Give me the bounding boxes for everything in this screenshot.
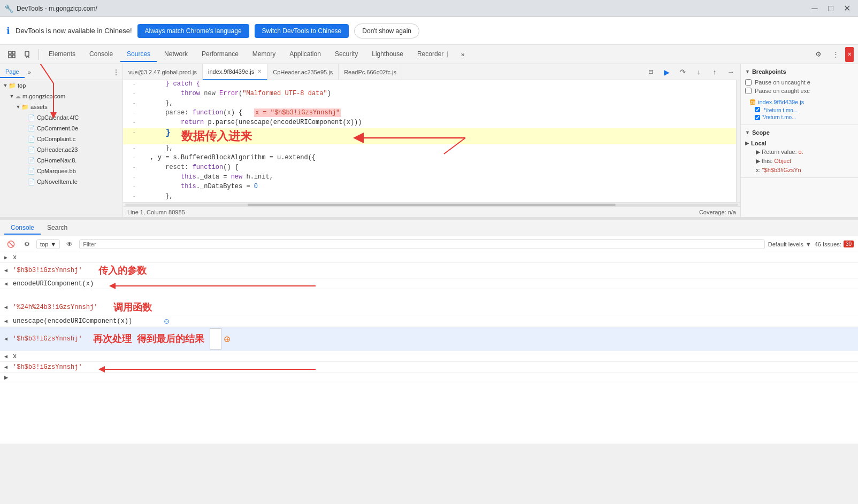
- expand-1[interactable]: ▶: [4, 254, 11, 261]
- device-toolbar-btn[interactable]: [20, 47, 35, 62]
- tab-sources[interactable]: Sources: [120, 47, 157, 62]
- tree-item-file-3[interactable]: ▶ 📄 CpComplaint.c: [0, 134, 122, 144]
- hide-network-btn[interactable]: 👁: [63, 238, 76, 251]
- editor-scrollbar-vert[interactable]: [736, 80, 740, 202]
- console-settings-btn[interactable]: ⚙: [20, 238, 33, 251]
- expand-4[interactable]: ◀: [4, 304, 11, 311]
- code-editor[interactable]: - } catch { - throw new Error("Malformed…: [123, 80, 740, 202]
- console-row-5[interactable]: ◀ unescape(encodeURIComponent(x)) ◎: [0, 315, 858, 327]
- editor-tab-index[interactable]: index.9f8d439e.js ✕: [203, 64, 267, 80]
- expand-8[interactable]: ◀: [4, 364, 11, 370]
- domain-icon: ☁: [15, 93, 21, 100]
- settings-btn[interactable]: ⚙: [811, 47, 826, 62]
- tree-label-assets: assets: [30, 104, 48, 110]
- tab-security[interactable]: Security: [328, 47, 364, 62]
- more-tabs-btn[interactable]: »: [457, 48, 469, 61]
- expand-6[interactable]: ◀: [4, 336, 11, 342]
- local-scope-header[interactable]: ▶ Local: [745, 139, 854, 148]
- expand-3[interactable]: ◀: [4, 281, 11, 287]
- file-icon-5: 📄: [28, 157, 35, 164]
- console-tab[interactable]: Console: [4, 222, 41, 235]
- panel-menu-btn[interactable]: ⋮: [110, 66, 122, 78]
- tab-console[interactable]: Console: [83, 47, 119, 62]
- step-btn[interactable]: →: [723, 65, 738, 80]
- inspect-element-btn[interactable]: [4, 47, 19, 62]
- console-context-selector[interactable]: top ▼: [36, 239, 60, 249]
- tree-expand-assets[interactable]: ▼: [15, 104, 21, 110]
- default-levels-dropdown[interactable]: Default levels ▼: [768, 241, 811, 247]
- console-output[interactable]: ▶ x ◀ '$h$b3!iGzsYnnshj' 传入的参数 ◀ encodeU…: [0, 252, 858, 444]
- tree-item-file-4[interactable]: ▶ 📄 CpHeader.ac23: [0, 144, 122, 155]
- code-annotation-label: 数据传入进来: [181, 128, 252, 144]
- tab-application[interactable]: Application: [283, 47, 327, 62]
- circle-icon: ◎: [164, 316, 168, 325]
- tab-lighthouse[interactable]: Lighthouse: [365, 47, 410, 62]
- tree-item-file-6[interactable]: ▶ 📄 CpMarquee.bb: [0, 166, 122, 176]
- pause-script-btn[interactable]: ▶: [659, 65, 674, 80]
- tree-label-file-6: CpMarquee.bb: [37, 168, 76, 174]
- expand-2[interactable]: ◀: [4, 267, 11, 274]
- pause-uncaught-checkbox[interactable]: [745, 79, 752, 86]
- code-line-6: - } 数据传入进来: [123, 128, 740, 144]
- maximize-btn[interactable]: □: [824, 2, 838, 15]
- minimize-btn[interactable]: ─: [808, 2, 822, 15]
- console-filter-input[interactable]: [79, 239, 765, 249]
- close-btn[interactable]: ✕: [840, 2, 854, 15]
- console-row-2[interactable]: ◀ '$h$b3!iGzsYnnshj' 传入的参数: [0, 263, 858, 278]
- tree-expand-domain[interactable]: ▼: [9, 94, 15, 99]
- step-into-btn[interactable]: ↓: [691, 65, 706, 80]
- editor-tab-vue[interactable]: vue@3.2.47.global.prod.js: [123, 64, 203, 80]
- console-row-3[interactable]: ◀ encodeURIComponent(x): [0, 278, 858, 289]
- expand-5[interactable]: ◀: [4, 318, 11, 324]
- scope-header[interactable]: ▼ Scope: [741, 127, 858, 138]
- pause-caught-checkbox[interactable]: [745, 88, 752, 94]
- prompt-arrow: ▶: [4, 374, 8, 382]
- console-row-7[interactable]: ◀ x: [0, 351, 858, 362]
- step-out-btn[interactable]: ↑: [707, 65, 722, 80]
- tree-expand-top[interactable]: ▼: [2, 83, 9, 88]
- bp-sub-2[interactable]: */return t.mo...: [745, 113, 854, 121]
- tree-item-top[interactable]: ▼ 📁 top: [0, 80, 122, 91]
- tab-elements[interactable]: Elements: [42, 47, 82, 62]
- bp-pause-caught: Pause on caught exc: [745, 87, 854, 95]
- close-tab-index[interactable]: ✕: [257, 68, 262, 74]
- collapse-pane-btn[interactable]: ⊟: [643, 65, 658, 80]
- dont-show-again-btn[interactable]: Don't show again: [354, 24, 419, 38]
- switch-to-chinese-btn[interactable]: Switch DevTools to Chinese: [255, 24, 349, 38]
- clear-console-btn[interactable]: 🚫: [4, 238, 17, 251]
- console-row-4[interactable]: ◀ '%24h%24b3!iGzsYnnshj' 调用函数: [0, 300, 858, 315]
- file-icon-1: 📄: [28, 114, 35, 121]
- expand-7[interactable]: ◀: [4, 353, 11, 360]
- dock-side-btn[interactable]: ⋮: [828, 47, 843, 62]
- scope-item-returnval: ▶ Return value: o.: [752, 148, 854, 157]
- console-prompt-row[interactable]: ▶: [0, 373, 858, 383]
- tree-item-file-1[interactable]: ▶ 📄 CpCalendar.4fC: [0, 112, 122, 123]
- breakpoints-header[interactable]: ▼ Breakpoints: [741, 66, 858, 77]
- console-row-8[interactable]: ◀ '$h$b3!iGzsYnnshj': [0, 362, 858, 373]
- scope-title: Scope: [752, 129, 770, 136]
- tab-recorder[interactable]: Recorder ⎰: [411, 47, 456, 62]
- issues-badge: 46 Issues: 30: [815, 241, 854, 247]
- step-over-btn[interactable]: ↷: [675, 65, 690, 80]
- tree-item-file-2[interactable]: ▶ 📄 CpComment.0e: [0, 123, 122, 134]
- page-tab[interactable]: Page: [0, 66, 25, 78]
- tab-performance[interactable]: Performance: [195, 47, 245, 62]
- tab-network[interactable]: Network: [158, 47, 194, 62]
- console-row-6[interactable]: ◀ '$h$b3!iGzsYnnshj' 再次处理 得到最后的结果 ⊕: [0, 327, 858, 351]
- tree-item-domain[interactable]: ▼ ☁ m.gongzicp.com: [0, 91, 122, 102]
- match-language-btn[interactable]: Always match Chrome's language: [137, 24, 249, 38]
- console-row-1[interactable]: ▶ x: [0, 252, 858, 263]
- bp-sub-1[interactable]: */return t.mo...: [745, 107, 854, 113]
- console-toolbar: 🚫 ⚙ top ▼ 👁 Default levels ▼ 46 Issues: …: [0, 236, 858, 252]
- tab-memory[interactable]: Memory: [246, 47, 282, 62]
- search-tab[interactable]: Search: [41, 222, 74, 235]
- editor-tab-cpheader[interactable]: CpHeader.ac235e95.js: [267, 64, 339, 80]
- bp-file-label: index.9f8d439e.js: [758, 99, 804, 105]
- more-panel-tabs[interactable]: »: [25, 67, 34, 77]
- editor-tab-readpc[interactable]: ReadPc.666c02fc.js: [339, 64, 402, 80]
- editor-horiz-scrollbar[interactable]: [123, 202, 740, 206]
- tree-item-file-5[interactable]: ▶ 📄 CpHomeNav.8.: [0, 155, 122, 166]
- tree-item-assets[interactable]: ▼ 📁 assets: [0, 102, 122, 112]
- tree-item-file-7[interactable]: ▶ 📄 CpNovelItem.fe: [0, 176, 122, 187]
- bp-file-item[interactable]: JS index.9f8d439e.js: [745, 97, 854, 107]
